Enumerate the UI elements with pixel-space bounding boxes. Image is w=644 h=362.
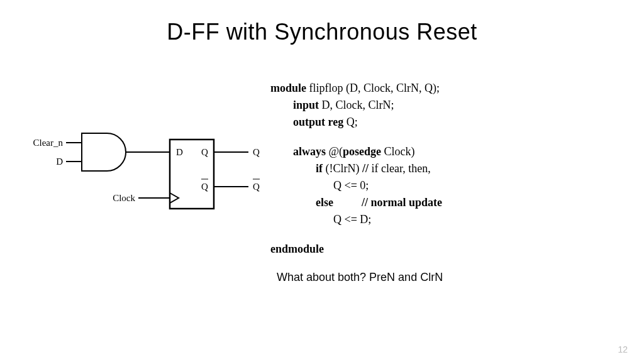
label-clear-n: Clear_n xyxy=(33,138,64,148)
slide-title: D-FF with Synchronous Reset xyxy=(0,0,644,45)
page-number: 12 xyxy=(618,344,628,354)
label-d-input: D xyxy=(56,156,63,167)
label-out-q: Q xyxy=(253,147,260,157)
ff-d-label: D xyxy=(176,147,183,157)
content-area: Clear_n D D Q Q Clock Q Q module flip xyxy=(0,77,644,286)
circuit-diagram: Clear_n D D Q Q Clock Q Q xyxy=(0,77,270,286)
question-text: What about both? PreN and ClrN xyxy=(270,269,644,286)
verilog-code: module flipflop (D, Clock, ClrN, Q); inp… xyxy=(270,77,644,286)
label-clock: Clock xyxy=(113,193,135,203)
label-out-qbar: Q xyxy=(253,182,260,192)
ff-qbar-label: Q xyxy=(201,182,208,192)
ff-q-label: Q xyxy=(201,147,208,157)
